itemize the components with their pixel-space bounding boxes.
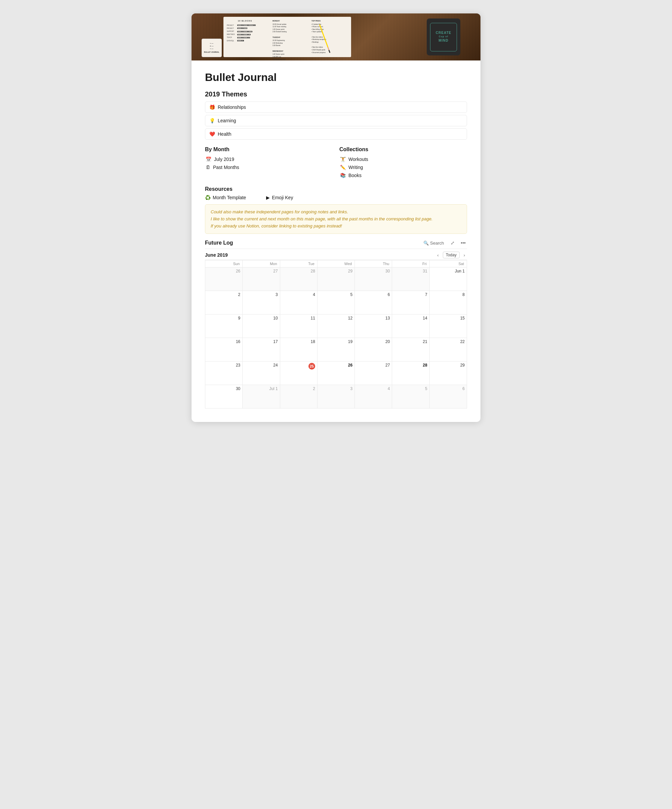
calendar-cell[interactable]: 7 — [392, 291, 429, 314]
calendar-cell[interactable]: 3 — [243, 291, 280, 314]
calendar-nav: ‹ Today › — [435, 252, 467, 258]
calendar-cell[interactable]: 10 — [243, 314, 280, 338]
calendar-container: June 2019 ‹ Today › Sun Mon Tue Wed Thu … — [205, 249, 467, 408]
theme-relationships[interactable]: 🎁 Relationships — [205, 101, 467, 113]
notebook-col-3: TOP PRIOS ✗ Update Mac • Phone numbers •… — [311, 20, 348, 54]
calendar-cell[interactable]: 2 — [280, 385, 318, 408]
calendar-cell[interactable]: 2 — [205, 291, 243, 314]
calendar-cell[interactable]: 6 — [355, 291, 392, 314]
emoji-key-link[interactable]: ▶ Emoji Key — [266, 195, 293, 200]
calendar-cell[interactable]: 20 — [355, 338, 392, 361]
month-collections-section: By Month 📅 July 2019 🗓 Past Months Colle… — [205, 146, 467, 180]
month-template-link[interactable]: ♻️ Month Template — [205, 195, 246, 200]
calendar-day-number: 26 — [319, 363, 353, 368]
past-months-link[interactable]: 🗓 Past Months — [205, 163, 333, 171]
calendar-day-number: 24 — [245, 363, 277, 368]
dow-sat: Sat — [430, 260, 467, 267]
calendar-cell[interactable]: 15 — [430, 314, 467, 338]
calendar-cell[interactable]: 17 — [243, 338, 280, 361]
calendar-cell[interactable]: 28 — [392, 361, 429, 385]
by-month-title: By Month — [205, 146, 333, 153]
dow-sun: Sun — [205, 260, 243, 267]
theme-learning-icon: 💡 — [209, 118, 215, 123]
calendar-day-number: 8 — [432, 292, 465, 297]
calendar-day-number: 31 — [394, 269, 427, 274]
future-log-title: Future Log — [205, 240, 233, 246]
calendar-cell[interactable]: 27 — [243, 267, 280, 291]
calendar-cell[interactable]: Jul 1 — [243, 385, 280, 408]
calendar-cell[interactable]: 5 — [318, 291, 355, 314]
calendar-cell[interactable]: 16 — [205, 338, 243, 361]
calendar-cell[interactable]: 13 — [355, 314, 392, 338]
calendar-day-number: 23 — [207, 363, 240, 368]
calendar-cell[interactable]: 31 — [392, 267, 429, 291]
calendar-cell[interactable]: 28 — [280, 267, 318, 291]
calendar-day-number: 27 — [357, 363, 390, 368]
calendar-cell[interactable]: 14 — [392, 314, 429, 338]
emoji-key-label: Emoji Key — [272, 195, 293, 200]
calendar-cell[interactable]: 24 — [243, 361, 280, 385]
calendar-cell[interactable]: 26 — [205, 267, 243, 291]
calendar-cell[interactable]: 29 — [430, 361, 467, 385]
calendar-cell[interactable]: 21 — [392, 338, 429, 361]
calendar-day-number: 16 — [207, 339, 240, 344]
calendar-day-number: 10 — [245, 316, 277, 321]
calendar-day-number: 17 — [245, 339, 277, 344]
cal-next-button[interactable]: › — [462, 252, 467, 258]
calendar-cell[interactable]: 27 — [355, 361, 392, 385]
calendar-cell[interactable]: 4 — [355, 385, 392, 408]
emoji-key-icon: ▶ — [266, 195, 270, 200]
theme-health[interactable]: ❤️ Health — [205, 128, 467, 140]
calendar-cell[interactable]: 23 — [205, 361, 243, 385]
calendar-day-number: 6 — [432, 386, 465, 391]
calendar-day-number: 6 — [357, 292, 390, 297]
resources-title: Resources — [205, 186, 467, 192]
calendar-day-number: 2 — [207, 292, 240, 297]
more-options-icon[interactable]: ••• — [459, 239, 467, 247]
calendar-cell[interactable]: 8 — [430, 291, 467, 314]
expand-icon[interactable]: ⤢ — [449, 239, 456, 247]
calendar-cell[interactable]: 25 — [280, 361, 318, 385]
july-2019-label: July 2019 — [214, 156, 234, 162]
calendar-day-number: Jul 1 — [245, 386, 277, 391]
header-banner: 10 BLOCKS PROJECT PROJECT SUPPORT MEETIN… — [192, 13, 480, 60]
dow-thu: Thu — [355, 260, 392, 267]
books-link[interactable]: 📚 Books — [339, 171, 467, 180]
books-label: Books — [348, 173, 361, 178]
search-button[interactable]: 🔍 Search — [421, 240, 446, 247]
calendar-cell[interactable]: 26 — [318, 361, 355, 385]
cal-today-button[interactable]: Today — [443, 252, 460, 258]
calendar-cell[interactable]: 12 — [318, 314, 355, 338]
calendar-cell[interactable]: 4 — [280, 291, 318, 314]
past-months-icon: 🗓 — [206, 164, 210, 170]
calendar-cell[interactable]: 11 — [280, 314, 318, 338]
theme-learning[interactable]: 💡 Learning — [205, 115, 467, 126]
notebook-col-2: MONDAY 10:00 Annual update 11:00 Team me… — [266, 20, 309, 54]
collections-col: Collections 🏋 Workouts ✏️ Writing 📚 Book… — [339, 146, 467, 180]
past-months-label: Past Months — [213, 164, 239, 170]
calendar-cell[interactable]: 29 — [318, 267, 355, 291]
future-log-actions: 🔍 Search ⤢ ••• — [421, 239, 467, 247]
workouts-link[interactable]: 🏋 Workouts — [339, 155, 467, 163]
calendar-cell[interactable]: 5 — [392, 385, 429, 408]
writing-label: Writing — [348, 164, 363, 170]
cal-prev-button[interactable]: ‹ — [435, 252, 440, 258]
calendar-cell[interactable]: Jun 1 — [430, 267, 467, 291]
calendar-cell[interactable]: 22 — [430, 338, 467, 361]
by-month-col: By Month 📅 July 2019 🗓 Past Months — [205, 146, 333, 180]
calendar-cell[interactable]: 30 — [355, 267, 392, 291]
calendar-cell[interactable]: 30 — [205, 385, 243, 408]
calendar-cell[interactable]: 18 — [280, 338, 318, 361]
calendar-cell[interactable]: 3 — [318, 385, 355, 408]
calendar-grid: Sun Mon Tue Wed Thu Fri Sat 262728293031… — [205, 260, 467, 408]
calendar-day-number: 28 — [394, 363, 427, 368]
resources-section: Resources ♻️ Month Template ▶ Emoji Key — [205, 186, 467, 200]
july-2019-link[interactable]: 📅 July 2019 — [205, 155, 333, 163]
calendar-cell[interactable]: 19 — [318, 338, 355, 361]
theme-learning-label: Learning — [218, 118, 236, 123]
july-2019-icon: 📅 — [206, 156, 211, 162]
calendar-cell[interactable]: 6 — [430, 385, 467, 408]
writing-link[interactable]: ✏️ Writing — [339, 163, 467, 171]
calendar-day-number: 15 — [432, 316, 465, 321]
calendar-cell[interactable]: 9 — [205, 314, 243, 338]
